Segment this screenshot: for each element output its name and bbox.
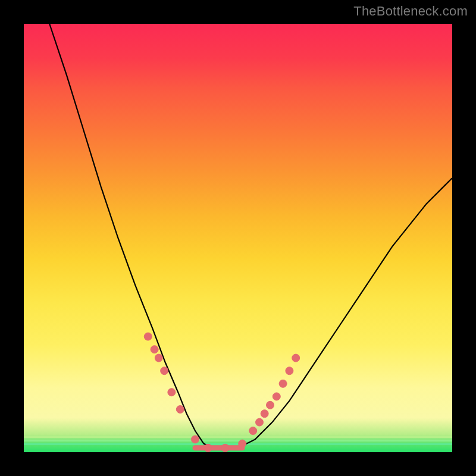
- highlight-dot: [204, 444, 212, 452]
- highlight-dot: [176, 406, 184, 414]
- highlight-dot: [161, 367, 168, 375]
- highlight-dot: [249, 427, 257, 435]
- chart-frame: TheBottleneck.com: [0, 0, 476, 476]
- chart-svg: [24, 24, 452, 452]
- highlight-dots: [144, 333, 299, 452]
- highlight-dot: [286, 367, 293, 375]
- highlight-dot: [151, 346, 158, 353]
- highlight-dot: [261, 410, 268, 418]
- plot-area: [24, 24, 452, 452]
- watermark-text: TheBottleneck.com: [353, 4, 468, 19]
- highlight-dot: [239, 440, 246, 447]
- bottleneck-curve: [49, 24, 452, 448]
- highlight-dot: [168, 389, 176, 396]
- highlight-dot: [221, 444, 229, 452]
- highlight-dot: [267, 401, 274, 409]
- highlight-dot: [192, 436, 199, 443]
- highlight-dot: [256, 418, 264, 426]
- highlight-dot: [144, 333, 152, 340]
- highlight-dot: [155, 354, 162, 362]
- highlight-dot: [292, 354, 300, 362]
- highlight-dot: [279, 380, 287, 387]
- highlight-dot: [273, 393, 280, 400]
